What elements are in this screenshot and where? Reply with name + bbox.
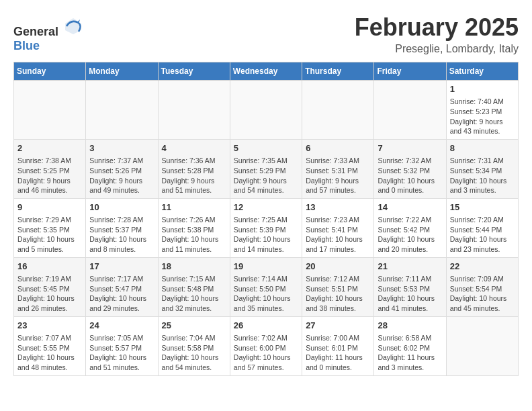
logo-blue: Blue — [13, 39, 40, 52]
day-number: 16 — [17, 261, 82, 273]
day-number: 9 — [17, 201, 82, 214]
day-info: Sunrise: 7:11 AM Sunset: 5:53 PM Dayligh… — [378, 274, 442, 314]
day-number: 26 — [234, 320, 298, 332]
calendar-cell: 24Sunrise: 7:05 AM Sunset: 5:57 PM Dayli… — [86, 316, 158, 375]
weekday-header-sunday: Sunday — [14, 62, 86, 81]
day-number: 4 — [162, 142, 226, 154]
day-number: 3 — [89, 142, 154, 154]
calendar-cell: 27Sunrise: 7:00 AM Sunset: 6:01 PM Dayli… — [302, 316, 374, 375]
calendar-cell: 19Sunrise: 7:14 AM Sunset: 5:50 PM Dayli… — [230, 257, 302, 316]
calendar-cell: 14Sunrise: 7:22 AM Sunset: 5:42 PM Dayli… — [374, 198, 446, 257]
day-number: 27 — [306, 320, 370, 332]
weekday-header-tuesday: Tuesday — [158, 62, 230, 81]
logo: General Blue — [13, 17, 83, 53]
day-info: Sunrise: 7:25 AM Sunset: 5:39 PM Dayligh… — [234, 215, 298, 255]
calendar-cell: 7Sunrise: 7:32 AM Sunset: 5:32 PM Daylig… — [374, 139, 446, 198]
calendar-week-row: 23Sunrise: 7:07 AM Sunset: 5:55 PM Dayli… — [14, 316, 519, 375]
weekday-header-wednesday: Wednesday — [230, 62, 302, 81]
day-number: 15 — [450, 201, 515, 214]
day-info: Sunrise: 7:02 AM Sunset: 6:00 PM Dayligh… — [234, 333, 298, 373]
calendar-cell — [230, 81, 302, 140]
day-info: Sunrise: 7:17 AM Sunset: 5:47 PM Dayligh… — [89, 274, 154, 314]
calendar-cell: 20Sunrise: 7:12 AM Sunset: 5:51 PM Dayli… — [302, 257, 374, 316]
calendar-cell: 26Sunrise: 7:02 AM Sunset: 6:00 PM Dayli… — [230, 316, 302, 375]
day-info: Sunrise: 7:33 AM Sunset: 5:31 PM Dayligh… — [306, 156, 370, 195]
calendar-cell: 25Sunrise: 7:04 AM Sunset: 5:58 PM Dayli… — [158, 316, 230, 375]
day-info: Sunrise: 7:04 AM Sunset: 5:58 PM Dayligh… — [162, 333, 226, 373]
day-number: 6 — [306, 142, 370, 154]
weekday-header-row: SundayMondayTuesdayWednesdayThursdayFrid… — [14, 62, 519, 81]
calendar-cell: 1Sunrise: 7:40 AM Sunset: 5:23 PM Daylig… — [446, 81, 518, 140]
calendar-cell — [86, 81, 158, 140]
day-number: 23 — [17, 320, 82, 332]
day-number: 13 — [306, 201, 370, 214]
calendar-cell: 8Sunrise: 7:31 AM Sunset: 5:34 PM Daylig… — [446, 139, 518, 198]
location-subtitle: Preseglie, Lombardy, Italy — [355, 43, 519, 55]
day-info: Sunrise: 7:12 AM Sunset: 5:51 PM Dayligh… — [306, 274, 370, 314]
day-info: Sunrise: 7:29 AM Sunset: 5:35 PM Dayligh… — [17, 215, 82, 255]
day-number: 20 — [306, 261, 370, 273]
day-info: Sunrise: 7:36 AM Sunset: 5:28 PM Dayligh… — [162, 156, 226, 195]
day-info: Sunrise: 7:38 AM Sunset: 5:25 PM Dayligh… — [17, 156, 82, 195]
calendar-cell: 22Sunrise: 7:09 AM Sunset: 5:54 PM Dayli… — [446, 257, 518, 316]
day-number: 8 — [450, 142, 515, 154]
calendar-cell: 18Sunrise: 7:15 AM Sunset: 5:48 PM Dayli… — [158, 257, 230, 316]
day-info: Sunrise: 7:14 AM Sunset: 5:50 PM Dayligh… — [234, 274, 298, 314]
day-number: 14 — [378, 201, 442, 214]
calendar-week-row: 9Sunrise: 7:29 AM Sunset: 5:35 PM Daylig… — [14, 198, 519, 257]
calendar-cell: 2Sunrise: 7:38 AM Sunset: 5:25 PM Daylig… — [14, 139, 86, 198]
weekday-header-friday: Friday — [374, 62, 446, 81]
logo-icon — [64, 17, 83, 36]
day-info: Sunrise: 7:05 AM Sunset: 5:57 PM Dayligh… — [89, 333, 154, 373]
day-number: 12 — [234, 201, 298, 214]
day-info: Sunrise: 7:23 AM Sunset: 5:41 PM Dayligh… — [306, 215, 370, 255]
day-number: 28 — [378, 320, 442, 332]
day-number: 10 — [89, 201, 154, 214]
day-info: Sunrise: 7:19 AM Sunset: 5:45 PM Dayligh… — [17, 274, 82, 314]
day-info: Sunrise: 7:20 AM Sunset: 5:44 PM Dayligh… — [450, 215, 515, 255]
weekday-header-monday: Monday — [86, 62, 158, 81]
calendar-cell — [14, 81, 86, 140]
weekday-header-saturday: Saturday — [446, 62, 518, 81]
calendar-week-row: 2Sunrise: 7:38 AM Sunset: 5:25 PM Daylig… — [14, 139, 519, 198]
day-info: Sunrise: 7:40 AM Sunset: 5:23 PM Dayligh… — [450, 97, 515, 136]
day-info: Sunrise: 7:28 AM Sunset: 5:37 PM Dayligh… — [89, 215, 154, 255]
calendar-cell — [158, 81, 230, 140]
calendar-cell: 12Sunrise: 7:25 AM Sunset: 5:39 PM Dayli… — [230, 198, 302, 257]
logo-general: General — [13, 25, 58, 38]
calendar-cell: 15Sunrise: 7:20 AM Sunset: 5:44 PM Dayli… — [446, 198, 518, 257]
day-info: Sunrise: 7:26 AM Sunset: 5:38 PM Dayligh… — [162, 215, 226, 255]
day-number: 5 — [234, 142, 298, 154]
day-info: Sunrise: 7:09 AM Sunset: 5:54 PM Dayligh… — [450, 274, 515, 314]
day-info: Sunrise: 7:31 AM Sunset: 5:34 PM Dayligh… — [450, 156, 515, 195]
day-number: 7 — [378, 142, 442, 154]
day-info: Sunrise: 7:00 AM Sunset: 6:01 PM Dayligh… — [306, 333, 370, 373]
calendar-cell: 10Sunrise: 7:28 AM Sunset: 5:37 PM Dayli… — [86, 198, 158, 257]
calendar-table: SundayMondayTuesdayWednesdayThursdayFrid… — [13, 62, 519, 376]
weekday-header-thursday: Thursday — [302, 62, 374, 81]
calendar-cell: 17Sunrise: 7:17 AM Sunset: 5:47 PM Dayli… — [86, 257, 158, 316]
calendar-cell: 23Sunrise: 7:07 AM Sunset: 5:55 PM Dayli… — [14, 316, 86, 375]
calendar-cell: 5Sunrise: 7:35 AM Sunset: 5:29 PM Daylig… — [230, 139, 302, 198]
calendar-week-row: 1Sunrise: 7:40 AM Sunset: 5:23 PM Daylig… — [14, 81, 519, 140]
page-header: General Blue February 2025 Preseglie, Lo… — [13, 13, 519, 55]
calendar-cell — [374, 81, 446, 140]
day-number: 21 — [378, 261, 442, 273]
calendar-cell: 13Sunrise: 7:23 AM Sunset: 5:41 PM Dayli… — [302, 198, 374, 257]
day-info: Sunrise: 7:07 AM Sunset: 5:55 PM Dayligh… — [17, 333, 82, 373]
calendar-cell: 11Sunrise: 7:26 AM Sunset: 5:38 PM Dayli… — [158, 198, 230, 257]
day-number: 22 — [450, 261, 515, 273]
day-number: 19 — [234, 261, 298, 273]
day-number: 25 — [162, 320, 226, 332]
title-area: February 2025 Preseglie, Lombardy, Italy — [355, 13, 519, 55]
calendar-week-row: 16Sunrise: 7:19 AM Sunset: 5:45 PM Dayli… — [14, 257, 519, 316]
day-info: Sunrise: 7:37 AM Sunset: 5:26 PM Dayligh… — [89, 156, 154, 195]
day-number: 11 — [162, 201, 226, 214]
day-number: 1 — [450, 83, 515, 95]
month-title: February 2025 — [355, 13, 519, 42]
day-info: Sunrise: 6:58 AM Sunset: 6:02 PM Dayligh… — [378, 333, 442, 373]
day-number: 17 — [89, 261, 154, 273]
day-info: Sunrise: 7:32 AM Sunset: 5:32 PM Dayligh… — [378, 156, 442, 195]
day-number: 18 — [162, 261, 226, 273]
calendar-cell: 16Sunrise: 7:19 AM Sunset: 5:45 PM Dayli… — [14, 257, 86, 316]
